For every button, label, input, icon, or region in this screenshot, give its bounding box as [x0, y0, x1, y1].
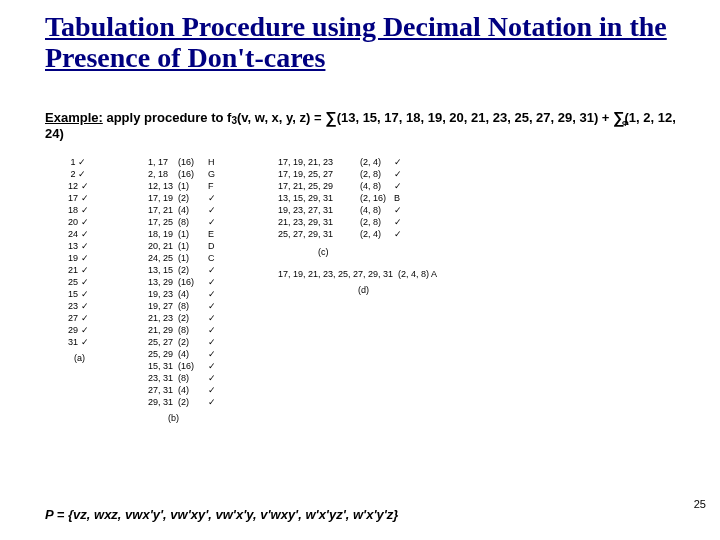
- column-b-diffs: (16) (16) (1) (2) (4) (8) (1) (1) (1) (2…: [178, 156, 194, 408]
- column-d: 17, 19, 21, 23, 25, 27, 29, 31 (2, 4, 8)…: [278, 268, 437, 280]
- example-text-2: (v, w, x, y, z) =: [237, 110, 325, 125]
- column-c-groups: 17, 19, 21, 23 17, 19, 25, 27 17, 21, 25…: [278, 156, 333, 240]
- prime-implicants-result: P = {vz, wxz, vwx'y', vw'xy', vw'x'y, v'…: [45, 507, 398, 522]
- column-b-pairs: 1, 17 2, 18 12, 13 17, 19 17, 21 17, 25 …: [148, 156, 173, 408]
- column-b-tags: H G F ✓ ✓ ✓ E D C ✓ ✓ ✓ ✓ ✓ ✓ ✓ ✓ ✓ ✓ ✓ …: [208, 156, 216, 408]
- sigma-dontcare-icon: ∑: [613, 111, 624, 125]
- example-line: Example: apply procedure to f3(v, w, x, …: [45, 110, 690, 141]
- column-a: 1 ✓ 2 ✓ 12 ✓ 17 ✓ 18 ✓ 20 ✓ 24 ✓ 13 ✓ 19…: [68, 156, 89, 348]
- column-c-tags: ✓ ✓ ✓ B ✓ ✓ ✓: [394, 156, 402, 240]
- example-text-1: apply procedure to f: [103, 110, 232, 125]
- sigma-icon: ∑: [325, 111, 336, 125]
- sum-list: (13, 15, 17, 18, 19, 20, 21, 23, 25, 27,…: [337, 110, 613, 125]
- example-subscript: 3: [231, 115, 237, 126]
- column-c-diffs: (2, 4) (2, 8) (4, 8) (2, 16) (4, 8) (2, …: [360, 156, 386, 240]
- page-number: 25: [694, 498, 706, 510]
- slide-title: Tabulation Procedure using Decimal Notat…: [45, 12, 680, 74]
- example-lead: Example:: [45, 110, 103, 125]
